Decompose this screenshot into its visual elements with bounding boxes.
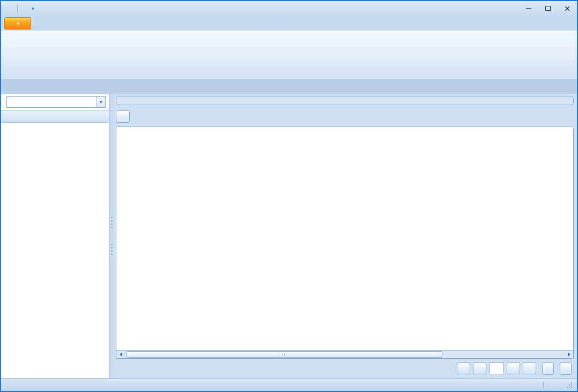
export-all-pages-button[interactable]	[560, 363, 572, 375]
defect-status-tree	[1, 123, 109, 378]
quick-access-icon[interactable]	[21, 4, 31, 13]
statusbar-separator	[543, 381, 544, 389]
maximize-icon	[545, 6, 551, 11]
maximize-button[interactable]	[538, 2, 558, 16]
version-filter-row: ▾	[1, 94, 109, 110]
application-menu-button[interactable]: ▾	[4, 17, 31, 29]
minimize-icon	[526, 8, 531, 9]
next-page-button[interactable]	[507, 363, 520, 374]
last-page-button[interactable]	[523, 363, 536, 374]
ribbon-groups	[1, 31, 577, 79]
ribbon-help-icon[interactable]	[562, 20, 572, 28]
scroll-left-button[interactable]	[116, 351, 125, 358]
title-bar: ▾ ×	[1, 1, 577, 16]
content-panel	[114, 94, 577, 378]
first-page-button[interactable]	[457, 363, 470, 374]
status-bar	[1, 378, 577, 391]
main-area: ▾	[1, 94, 577, 378]
ribbon-collapse-icon[interactable]	[547, 20, 557, 28]
panel-splitter[interactable]	[109, 94, 114, 378]
quick-access-dropdown-icon[interactable]: ▾	[32, 6, 34, 11]
scroll-right-icon	[568, 352, 570, 357]
modify-columns-button[interactable]	[116, 110, 130, 123]
app-window: ▾ × ▾ ▾	[0, 0, 578, 392]
document-tab-strip	[1, 80, 577, 94]
resize-grip[interactable]	[566, 382, 573, 388]
sidebar: ▾	[1, 94, 109, 378]
pager-bar	[116, 359, 574, 378]
toolbar	[116, 109, 574, 123]
chevron-down-icon: ▾	[17, 21, 20, 26]
ribbon	[1, 31, 577, 80]
minimize-button[interactable]	[519, 2, 538, 16]
chevron-down-icon[interactable]: ▾	[96, 97, 105, 107]
tree-header	[1, 110, 109, 123]
filter-panel	[116, 96, 574, 105]
ribbon-tab-strip: ▾	[1, 16, 577, 31]
splitter-grip-icon	[111, 216, 113, 229]
scrollbar-thumb[interactable]	[126, 351, 442, 358]
version-combobox[interactable]: ▾	[6, 96, 106, 108]
horizontal-scrollbar[interactable]	[116, 350, 573, 358]
prev-page-button[interactable]	[473, 363, 486, 374]
scroll-left-icon	[120, 352, 122, 357]
grid-empty-area	[116, 127, 573, 350]
online-users-icon	[549, 381, 558, 389]
export-current-page-button[interactable]	[542, 363, 554, 375]
close-button[interactable]: ×	[558, 2, 577, 16]
app-logo-icon	[4, 4, 14, 13]
page-number-input[interactable]	[489, 363, 504, 374]
titlebar-separator	[17, 4, 18, 13]
scrollbar-track[interactable]	[125, 351, 565, 358]
defect-grid-panel	[116, 127, 574, 359]
scroll-right-button[interactable]	[565, 351, 573, 358]
splitter-grip-icon	[111, 243, 113, 256]
